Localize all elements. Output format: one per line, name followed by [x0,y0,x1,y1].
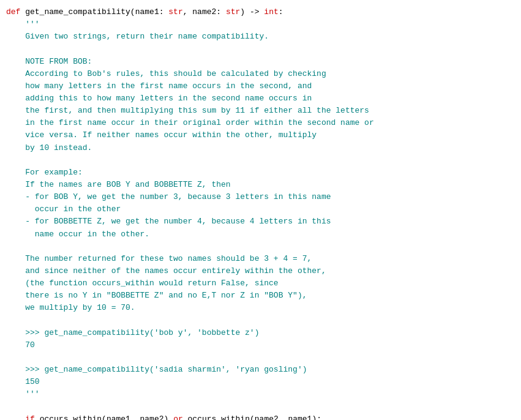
code-line-15: If the names are BOB Y and BOBBETTE Z, t… [0,179,521,191]
code-line-3: Given two strings, return their name com… [0,31,521,43]
code-editor: def get_name_compatibility(name1: str, n… [0,0,521,420]
code-line-19: name occur in the other. [0,228,521,241]
code-line-25: we multiply by 10 = 70. [0,302,521,314]
code-line-29 [0,351,521,364]
code-line-33 [0,401,521,413]
code-line-24: there is no Y in "BOBBETTE Z" and no E,T… [0,290,521,302]
code-line-27: >>> get_name_compatibility('bob y', 'bob… [0,327,521,339]
code-line-9: the first, and then multiplying this sum… [0,105,521,117]
code-line-10: in the first name occur in their origina… [0,117,521,129]
code-line-11: vice versa. If neither names occur withi… [0,129,521,141]
code-line-6: According to Bob's rules, this should be… [0,68,521,80]
code-line-4 [0,43,521,55]
code-line-13 [0,154,521,167]
code-line-20 [0,241,521,253]
code-line-18: - for BOBBETTE Z, we get the number 4, b… [0,216,521,228]
code-line-17: occur in the other [0,203,521,216]
code-line-16: - for BOB Y, we get the number 3, becaus… [0,191,521,203]
code-line-34: if occurs_within(name1, name2) or occurs… [0,413,521,420]
code-line-8: adding this to how many letters in the s… [0,92,521,105]
code-line-14: For example: [0,167,521,179]
code-line-32: ''' [0,388,521,400]
code-line-1: def get_name_compatibility(name1: str, n… [0,6,521,18]
code-line-26 [0,315,521,327]
code-line-7: how many letters in the first name occur… [0,80,521,92]
code-line-12: by 10 instead. [0,142,521,154]
code-line-2: ''' [0,18,521,31]
code-line-31: 150 [0,376,521,388]
code-line-5: NOTE FROM BOB: [0,56,521,68]
code-line-22: and since neither of the names occur ent… [0,265,521,277]
code-line-28: 70 [0,339,521,351]
code-line-30: >>> get_name_compatibility('sadia sharmi… [0,364,521,376]
code-line-23: (the function occurs_within would return… [0,277,521,290]
code-line-21: The number returned for these two names … [0,253,521,265]
